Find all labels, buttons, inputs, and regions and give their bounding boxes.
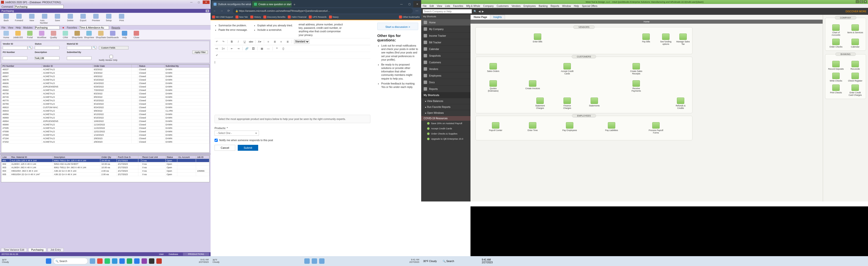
ribbon-export[interactable]: Export: [79, 14, 88, 24]
table-row[interactable]: 46621JORGENSENS6/29/2022ClosedDAWN: [1, 85, 209, 89]
col-header[interactable]: Submitted By: [164, 65, 209, 68]
bookmark-item[interactable]: Other bookmarks: [399, 15, 420, 19]
table-row[interactable]: 004H8010SH .063 X 48 X 144A36 22 GA X 48…: [1, 169, 209, 173]
node-pay-bills[interactable]: Pay Bills: [638, 33, 654, 43]
menu-company[interactable]: Company: [483, 5, 494, 7]
table-row[interactable]: 47005ACMETALS11/22/2022ClosedDAWN: [1, 126, 209, 130]
search-icon[interactable]: 🔍: [473, 10, 477, 13]
underline-icon[interactable]: U: [242, 39, 247, 44]
jb-titlebar[interactable]: JobBOSS 2020 SP1 - (Database: PRODUCTION…: [0, 0, 211, 4]
maximize-button[interactable]: ▢: [405, 1, 413, 7]
start-icon[interactable]: [46, 258, 51, 264]
bookmark-item[interactable]: History: [250, 15, 261, 19]
products-select[interactable]: - Select One -▾: [215, 131, 259, 136]
windows-taskbar-3[interactable]: 30°F Cloudy 🔍 Search 9:41 AM 2/27/2023: [421, 256, 868, 266]
node-process-forms[interactable]: Process Payroll Forms: [648, 122, 664, 134]
table-row[interactable]: 46770ACMETALS8/15/2022ClosedDAWN: [1, 99, 209, 102]
extensions-icon[interactable]: ⋯: [414, 8, 420, 13]
undo-icon[interactable]: ↶: [215, 39, 219, 44]
material-id-input[interactable]: [67, 46, 92, 49]
hr-icon[interactable]: —: [266, 46, 271, 51]
table-row[interactable]: 46567ACMETALS6/8/2022ClosedDAWN: [1, 75, 209, 78]
col-header[interactable]: [138, 156, 141, 159]
table-row[interactable]: 001AL0.125x 125 X 48 X 1446061-T6511 SH …: [1, 159, 209, 162]
bold-icon[interactable]: B: [229, 39, 234, 44]
covid-item[interactable]: Save 20% on Assisted Payroll: [421, 121, 470, 126]
align-center-icon[interactable]: ≣: [273, 39, 277, 44]
col-header[interactable]: Job ID: [196, 156, 209, 159]
col-header[interactable]: PO Number: [1, 65, 42, 68]
node-print-checks[interactable]: Print Checks: [828, 85, 844, 96]
new-tab-button[interactable]: +: [291, 1, 298, 7]
redo-icon[interactable]: ↷: [221, 39, 225, 44]
node-create-invoices[interactable]: Create Invoices: [525, 80, 540, 90]
table-row[interactable]: 46810CUSTOM MAC8/24/2022ClosedDAWN: [1, 106, 209, 109]
bullets-icon[interactable]: •≡: [215, 46, 219, 51]
taskbar-clock[interactable]: 9:41 AM 2/27/2023: [199, 259, 209, 264]
menu-customers[interactable]: Customers: [497, 5, 508, 7]
link-icon[interactable]: 🔗: [245, 46, 249, 51]
weather-widget[interactable]: 30°F Cloudy: [423, 260, 437, 263]
table-row[interactable]: 46578ACMETALS6/15/2022ClosedDAWN: [1, 78, 209, 81]
menu-vendors[interactable]: Vendors: [512, 5, 521, 7]
bookmark-item[interactable]: Discovery Benefits: [264, 15, 285, 19]
node-pay-employees[interactable]: Pay Employees: [562, 122, 578, 132]
table-icon[interactable]: ▦: [260, 46, 264, 51]
taskbar-clock[interactable]: 9:41 AM 2/27/2023: [482, 258, 493, 264]
tb-app-8[interactable]: [142, 258, 147, 264]
status-input[interactable]: [35, 46, 59, 49]
ribbon-new[interactable]: New: [27, 14, 36, 24]
notify-checkbox[interactable]: [215, 139, 218, 142]
node-quotes[interactable]: Quotes (Estimates): [485, 80, 501, 92]
minimize-button[interactable]: —: [398, 1, 405, 7]
custom-fields-button[interactable]: Custom Fields: [99, 46, 128, 49]
sidebar-item-my-company[interactable]: My Company: [421, 26, 470, 33]
bookmark-item[interactable]: heavy: [329, 15, 339, 19]
quote-icon[interactable]: ❝: [275, 46, 279, 51]
close-button[interactable]: ✕: [413, 1, 421, 7]
node-record-deposits[interactable]: Record Deposits: [828, 61, 844, 70]
menu-help[interactable]: Help: [16, 26, 21, 29]
sidebar-sub-item[interactable]: ▸ Open Windows: [421, 110, 470, 116]
sidebar-item-customers[interactable]: Customers: [421, 59, 470, 66]
tb-app-6[interactable]: [127, 258, 132, 264]
bookmark-item[interactable]: New Tab: [236, 15, 248, 19]
ribbon-back[interactable]: Back: [1, 14, 11, 24]
sidebar-item-calendar[interactable]: Calendar: [421, 46, 470, 53]
node-sales-orders[interactable]: Sales Orders: [485, 63, 501, 72]
node-coa[interactable]: Chart of Accounts: [828, 24, 844, 36]
menu-banking[interactable]: Banking: [539, 5, 548, 7]
tb-app-4[interactable]: [112, 258, 117, 264]
table-row[interactable]: 46843ACMETALS9/8/2022ClosedCLARK: [1, 109, 209, 112]
covid-item[interactable]: Accept Credit Cards: [421, 126, 470, 131]
node-enter-cc[interactable]: Enter Credit Card Charges: [847, 85, 863, 96]
ribbon-print[interactable]: Print: [117, 14, 126, 24]
back-icon[interactable]: ←: [212, 8, 217, 13]
table-row[interactable]: 003AL06SH .063 X 48 X 1446061-T6511 SH .…: [1, 166, 209, 169]
tb-icon[interactable]: [319, 258, 324, 264]
tb-icon[interactable]: [312, 258, 317, 264]
menu-edit[interactable]: Edit: [430, 5, 434, 7]
submit-button[interactable]: Submit: [238, 145, 258, 151]
covid-item[interactable]: Upgrade to QB Enterprise 23.0: [421, 136, 470, 141]
sidebar-item-home[interactable]: Home: [421, 19, 470, 26]
eraser-icon[interactable]: ✐: [215, 53, 219, 57]
menu-window[interactable]: Window: [562, 5, 571, 7]
ribbon-forward[interactable]: Forward: [14, 14, 24, 24]
description-input[interactable]: [35, 57, 59, 60]
taskbar-search[interactable]: 🔍 Search: [53, 258, 88, 264]
table-row[interactable]: 005H8010SH 22 GA X 48 X 144"A36 22 GA X …: [1, 173, 209, 176]
taskbar-search[interactable]: 🔍 Search: [443, 260, 454, 263]
menu-employees[interactable]: Employees: [524, 5, 536, 7]
windows-taskbar-1[interactable]: 30°F Cloudy 🔍 Search 9:41 AM 2/27/2023: [0, 256, 211, 266]
nav-shopalerts[interactable]: ShopAlerts: [72, 31, 82, 39]
submitted-by-input[interactable]: [67, 57, 92, 60]
col-header[interactable]: Recei Cost Unit: [141, 156, 165, 159]
po-grid[interactable]: PO NumberVendor IDOrder DateStatusSubmit…: [1, 64, 210, 153]
nav-portal[interactable]: Portal: [25, 31, 34, 39]
rte-editor[interactable]: |: [215, 59, 370, 113]
notify-vendor-checkbox[interactable]: [99, 55, 124, 58]
tab-create-question[interactable]: Create a new question or start a…✕: [252, 1, 291, 7]
table-row[interactable]: 46749ACMETALS8/5/2022ClosedDAWN: [1, 95, 209, 99]
table-row[interactable]: 47194ACMETALS2/8/2023ClosedDAWN: [1, 137, 209, 140]
